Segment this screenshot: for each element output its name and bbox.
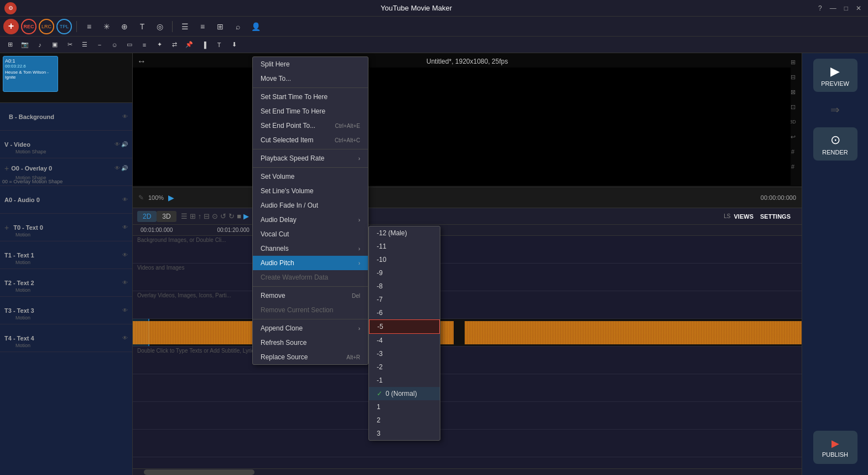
tl-tool-list[interactable]: ☰ [181,212,188,220]
tb2-rect[interactable]: ▭ [123,38,136,51]
pitch-minus4[interactable]: -4 [369,334,440,347]
pitch-minus7[interactable]: -7 [369,293,440,306]
tb2-T[interactable]: T [212,38,226,51]
track-vol-video[interactable]: 🔊 [121,141,128,147]
pitch-plus1[interactable]: 1 [369,400,440,414]
rec-button[interactable]: REC [21,19,37,34]
preview-side-btn[interactable]: ▶ PREVIEW [813,59,857,92]
preview-nav-left[interactable]: ↔ [137,56,146,66]
pitch-plus2[interactable]: 2 [369,414,440,427]
track-eye-overlay0[interactable]: 👁 [115,165,120,171]
tb2-music[interactable]: ♪ [33,38,46,51]
pitch-minus1[interactable]: -1 [369,374,440,387]
ctx-audio-delay[interactable]: Audio Delay › [253,213,368,227]
tl-tool-redo[interactable]: ↻ [228,212,235,220]
ctx-refresh-source[interactable]: Refresh Source [253,335,368,350]
ctx-channels[interactable]: Channels › [253,241,368,256]
profile-button[interactable]: ◎ [152,19,168,34]
ctx-split-here[interactable]: Split Here [253,57,368,71]
tb2-bars[interactable]: ▐ [197,38,211,51]
maximize-btn[interactable]: □ [842,3,850,13]
ctx-vocal-cut[interactable]: Vocal Cut [253,227,368,241]
pitch-minus2[interactable]: -2 [369,360,440,374]
preview-icon-1[interactable]: ⊞ [786,55,799,69]
effect-button[interactable]: ✳ [99,19,115,34]
pitch-minus10[interactable]: -10 [369,253,440,266]
track-eye-text0[interactable]: 👁 [122,224,128,230]
ctx-set-line-volume[interactable]: Set Line's Volume [253,184,368,198]
track-eye-video[interactable]: 👁 [115,141,120,147]
scrollbar-thumb[interactable] [144,469,254,475]
track-eye-bg[interactable]: 👁 [122,113,128,120]
pitch-minus9[interactable]: -9 [369,266,440,280]
track-add-overlay[interactable]: + [4,164,9,173]
ctx-set-volume[interactable]: Set Volume [253,169,368,184]
pitch-plus3[interactable]: 3 [369,427,440,440]
tl-tool-rewind[interactable]: ↺ [220,212,226,220]
pitch-minus12[interactable]: -12 (Male) [369,226,440,240]
tb2-film[interactable]: ▣ [48,38,61,51]
pitch-minus5[interactable]: -5 [369,319,440,334]
track-add-text0[interactable]: + [4,223,9,232]
close-btn[interactable]: ✕ [854,3,864,13]
tl-tool-split[interactable]: ⊟ [204,212,210,220]
ctx-playback-speed[interactable]: Playback Speed Rate › [253,151,368,166]
publish-side-btn[interactable]: ▶ PUBLISH [813,431,857,464]
timeline-scrollbar[interactable] [133,468,802,475]
ctx-create-waveform[interactable]: Create Waveform Data [253,270,368,285]
pitch-minus6[interactable]: -6 [369,306,440,319]
add-button[interactable]: + [3,19,19,34]
search-btn[interactable]: ⌕ [230,19,246,34]
settings-btn[interactable]: ≡ [195,19,210,34]
track-eye-text4[interactable]: 👁 [122,335,128,341]
tb2-arrows[interactable]: ⇄ [168,38,181,51]
render-side-btn[interactable]: ⊙ RENDER [813,127,857,161]
tb2-grid[interactable]: ⊞ [3,38,17,51]
person-btn[interactable]: 👤 [248,19,263,34]
tb2-pin[interactable]: 📌 [183,38,196,51]
pitch-minus8[interactable]: -8 [369,280,440,293]
minimize-btn[interactable]: — [828,3,839,13]
tpl-button[interactable]: TPL [56,19,72,34]
sidebar-btn[interactable]: ☰ [177,19,193,34]
flow-button[interactable]: ⊕ [117,19,132,34]
tl-tool-stop[interactable]: ■ [237,212,241,220]
tb2-emoji[interactable]: ☺ [108,38,121,51]
track-eye-text2[interactable]: 👁 [122,280,128,286]
track-eye-text1[interactable]: 👁 [122,252,128,258]
list-button[interactable]: ≡ [81,19,97,34]
help-btn[interactable]: ? [816,3,824,13]
source-clip[interactable]: A0:1 00:03:22.6 Heuse & Tom Wilson - Ign… [3,56,58,92]
track-eye-audio0[interactable]: 👁 [122,197,128,203]
ctx-cut-selected[interactable]: Cut Selected Item Ctrl+Alt+C [253,133,368,147]
mode-2d[interactable]: 2D [137,211,157,222]
ctx-set-start[interactable]: Set Start Time To Here [253,90,368,104]
ctx-audio-fade[interactable]: Audio Fade In / Out [253,198,368,213]
play-button[interactable]: ▶ [168,193,174,202]
tb2-download[interactable]: ⬇ [227,38,241,51]
split-btn[interactable]: ⊞ [212,19,228,34]
ctx-set-end-point[interactable]: Set End Point To... Ctrl+Alt+E [253,118,368,133]
ctx-set-end[interactable]: Set End Time To Here [253,104,368,118]
ctx-replace-source[interactable]: Replace Source Alt+R [253,350,368,364]
tl-tool-up[interactable]: ↑ [198,212,202,220]
ctx-append-clone[interactable]: Append Clone › [253,321,368,335]
pitch-normal[interactable]: ✓ 0 (Normal) [369,387,440,400]
text-button[interactable]: T [134,19,150,34]
lrc-button[interactable]: LRC [39,19,54,34]
tl-tool-play[interactable]: ▶ [243,212,249,220]
tb2-caption[interactable]: ☰ [78,38,91,51]
tb2-minus[interactable]: − [93,38,106,51]
tab-views[interactable]: VIEWS [734,213,753,220]
tab-ls[interactable]: LS [724,213,730,219]
tab-settings[interactable]: SETTINGS [760,213,791,220]
tl-tool-loop[interactable]: ⊙ [212,212,218,220]
tb2-star[interactable]: ✦ [153,38,166,51]
pitch-minus11[interactable]: -11 [369,240,440,253]
tl-tool-grid[interactable]: ⊞ [190,212,196,220]
tb2-camera[interactable]: 📷 [18,38,32,51]
content-row-audio[interactable] [133,319,802,347]
ctx-remove[interactable]: Remove Del [253,288,368,303]
ctx-move-to[interactable]: Move To... [253,71,368,86]
tb2-cut[interactable]: ✂ [63,38,76,51]
